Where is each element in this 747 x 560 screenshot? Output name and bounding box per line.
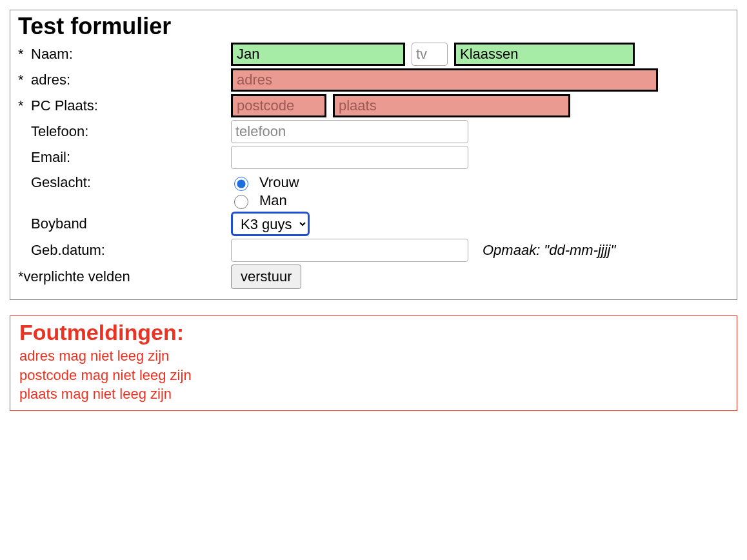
tussenvoegsel-input[interactable] (412, 43, 448, 66)
label-naam-text: Naam: (31, 46, 73, 62)
radio-man-label: Man (259, 192, 287, 209)
label-gebdatum-text: Geb.datum: (31, 242, 105, 258)
row-naam: *Naam: (18, 43, 729, 66)
lastname-input[interactable] (454, 43, 635, 66)
row-boyband: Boyband K3 guys (18, 212, 729, 236)
row-pcplaats: *PC Plaats: (18, 94, 729, 117)
fields-telefoon (231, 120, 468, 143)
label-adres-text: adres: (31, 72, 70, 88)
fields-naam (231, 43, 635, 66)
radio-vrouw-line[interactable]: Vrouw (231, 174, 299, 191)
telefoon-input[interactable] (231, 120, 468, 143)
fields-gebdatum: Opmaak: "dd-mm-jjjj" (231, 239, 615, 262)
errors-title: Foutmeldingen: (19, 320, 728, 345)
required-marker: * (18, 72, 31, 88)
plaats-input[interactable] (333, 94, 570, 117)
radio-man-line[interactable]: Man (231, 192, 299, 209)
error-message: plaats mag niet leeg zijn (19, 385, 728, 404)
fields-footer: verstuur (231, 265, 301, 289)
row-gebdatum: Geb.datum: Opmaak: "dd-mm-jjjj" (18, 239, 729, 262)
row-email: Email: (18, 146, 729, 169)
label-boyband-text: Boyband (31, 215, 87, 232)
radio-vrouw[interactable] (234, 177, 248, 191)
errors-container: Foutmeldingen: adres mag niet leeg zijn … (10, 315, 737, 411)
fields-geslacht: Vrouw Man (231, 174, 299, 209)
row-footer: *verplichte velden verstuur (18, 265, 729, 289)
radio-vrouw-label: Vrouw (259, 174, 299, 191)
adres-input[interactable] (231, 68, 658, 92)
required-note: *verplichte velden (18, 268, 231, 285)
label-gebdatum: Geb.datum: (18, 242, 231, 259)
form-container: Test formulier *Naam: *adres: *PC Plaats… (10, 10, 737, 300)
fields-pcplaats (231, 94, 570, 117)
label-email-text: Email: (31, 149, 70, 165)
label-telefoon: Telefoon: (18, 123, 231, 140)
row-geslacht: Geslacht: Vrouw Man (18, 174, 729, 209)
label-pcplaats: *PC Plaats: (18, 97, 231, 114)
required-marker: * (18, 46, 31, 63)
row-adres: *adres: (18, 68, 729, 92)
error-message: adres mag niet leeg zijn (19, 346, 728, 366)
fields-adres (231, 68, 658, 92)
gebdatum-hint: Opmaak: "dd-mm-jjjj" (483, 242, 615, 259)
label-adres: *adres: (18, 72, 231, 88)
row-telefoon: Telefoon: (18, 120, 729, 143)
email-input[interactable] (231, 146, 468, 169)
postcode-input[interactable] (231, 94, 326, 117)
label-pcplaats-text: PC Plaats: (31, 97, 98, 114)
error-message: postcode mag niet leeg zijn (19, 366, 728, 385)
label-geslacht-text: Geslacht: (31, 174, 91, 190)
label-telefoon-text: Telefoon: (31, 123, 88, 139)
label-email: Email: (18, 149, 231, 166)
submit-button[interactable]: verstuur (231, 265, 301, 289)
form-title: Test formulier (18, 13, 729, 40)
label-naam: *Naam: (18, 46, 231, 63)
fields-email (231, 146, 468, 169)
fields-boyband: K3 guys (231, 212, 310, 236)
required-marker: * (18, 97, 31, 114)
firstname-input[interactable] (231, 43, 405, 66)
label-geslacht: Geslacht: (18, 174, 231, 191)
boyband-select[interactable]: K3 guys (231, 212, 310, 236)
label-boyband: Boyband (18, 215, 231, 232)
radio-man[interactable] (234, 195, 248, 209)
geslacht-radio-group: Vrouw Man (231, 174, 299, 209)
gebdatum-input[interactable] (231, 239, 468, 262)
